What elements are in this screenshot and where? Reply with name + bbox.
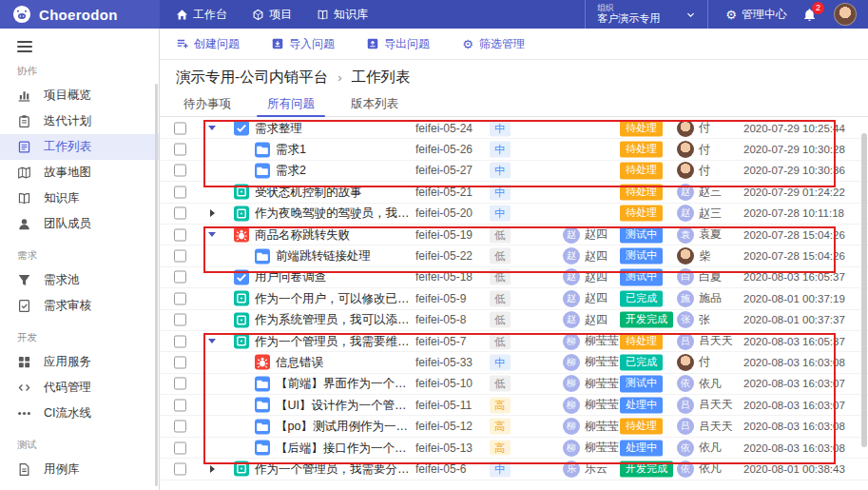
status-badge[interactable]: 测试中 bbox=[620, 226, 663, 243]
row-checkbox[interactable] bbox=[174, 462, 186, 475]
issue-title[interactable]: 需求1 bbox=[276, 142, 306, 158]
status-badge[interactable]: 待处理 bbox=[620, 120, 663, 136]
status-badge[interactable]: 开发完成 bbox=[620, 312, 673, 328]
toolbar-button-export[interactable]: 导出问题 bbox=[366, 36, 430, 52]
row-checkbox[interactable] bbox=[174, 421, 186, 433]
nav-item-book[interactable]: 知识库 bbox=[317, 7, 368, 23]
issue-row[interactable]: 受状态机控制的故事feifei-05-21中待处理赵赵三2020-07-29 0… bbox=[160, 182, 868, 203]
sidebar-item-clipboard[interactable]: 迭代计划 bbox=[0, 108, 159, 134]
status-badge[interactable]: 已完成 bbox=[620, 354, 663, 370]
row-checkbox[interactable] bbox=[174, 122, 186, 134]
collapse-arrow-icon[interactable] bbox=[206, 336, 218, 347]
issue-title[interactable]: 作为系统管理员，我可以添加角色，以... bbox=[255, 312, 411, 328]
admin-center-button[interactable]: ⚙ 管理中心 bbox=[725, 7, 787, 23]
issue-title[interactable]: 【UI】设计作为一个管理员，我需要... bbox=[276, 397, 411, 413]
status-badge[interactable]: 处理中 bbox=[620, 397, 663, 413]
issue-title[interactable]: 需求整理 bbox=[255, 120, 302, 136]
row-checkbox[interactable] bbox=[174, 292, 186, 304]
tab-待办事项[interactable]: 待办事项 bbox=[181, 95, 234, 116]
issue-row[interactable]: 【UI】设计作为一个管理员，我需要...feifei-05-11高柳柳莹莹处理中… bbox=[160, 395, 868, 416]
row-checkbox[interactable] bbox=[174, 207, 186, 220]
sidebar-item-person[interactable]: 团队成员 bbox=[0, 211, 159, 237]
issue-row[interactable]: 作为系统管理员，我可以添加角色，以...feifei-05-8低赵赵四开发完成张… bbox=[160, 310, 868, 331]
sidebar-item-map[interactable]: 故事地图 bbox=[0, 160, 159, 186]
issue-title[interactable]: 【前端】界面作为一个管理员，我需... bbox=[276, 376, 411, 392]
row-checkbox[interactable] bbox=[174, 228, 186, 241]
status-badge[interactable]: 待处理 bbox=[620, 163, 663, 179]
tab-所有问题[interactable]: 所有问题 bbox=[264, 95, 318, 116]
nav-item-home[interactable]: 工作台 bbox=[176, 7, 227, 23]
status-badge[interactable]: 测试中 bbox=[620, 247, 663, 264]
status-badge[interactable]: 待处理 bbox=[620, 184, 663, 200]
row-checkbox[interactable] bbox=[174, 165, 186, 177]
breadcrumb-project[interactable]: 演示专用-公司内销平台 bbox=[176, 68, 328, 88]
nav-item-cube[interactable]: 项目 bbox=[252, 7, 292, 23]
sidebar-item-code[interactable]: 代码管理 bbox=[0, 375, 159, 401]
toolbar-button-import[interactable]: 导入问题 bbox=[271, 36, 335, 52]
issue-row[interactable]: 作为一个用户，可以修改已下单的订单...feifei-05-9低赵赵四已完成施施… bbox=[160, 288, 868, 309]
collapse-arrow-icon[interactable] bbox=[206, 123, 218, 134]
vertical-scrollbar[interactable] bbox=[861, 133, 867, 447]
issue-row[interactable]: 作为一个管理员，我需要维护配送信息...feifei-05-7低柳柳莹莹待处理吕… bbox=[160, 331, 868, 352]
user-avatar[interactable] bbox=[834, 3, 857, 26]
notification-bell[interactable]: 2 bbox=[802, 8, 817, 22]
issue-title[interactable]: 作为一个管理员，我需要维护配送信息... bbox=[255, 333, 411, 349]
issue-row[interactable]: 【po】测试用例作为一个管理员，我...feifei-05-12高柳柳莹莹待处理… bbox=[160, 416, 868, 437]
tab-版本列表[interactable]: 版本列表 bbox=[348, 95, 401, 116]
status-badge[interactable]: 开发完成 bbox=[620, 461, 673, 477]
sidebar-item-pipeline[interactable]: CI流水线 bbox=[0, 401, 159, 426]
sidebar-item-apps[interactable]: 应用服务 bbox=[0, 349, 159, 375]
row-checkbox[interactable] bbox=[174, 399, 186, 411]
status-badge[interactable]: 处理中 bbox=[620, 440, 663, 456]
issue-title[interactable]: 【po】测试用例作为一个管理员，我... bbox=[276, 419, 411, 435]
sidebar-item-file[interactable]: 用例库 bbox=[0, 457, 159, 482]
row-checkbox[interactable] bbox=[174, 441, 186, 454]
status-badge[interactable]: 测试中 bbox=[620, 269, 663, 285]
row-checkbox[interactable] bbox=[174, 378, 186, 390]
status-badge[interactable]: 测试中 bbox=[620, 376, 663, 392]
row-checkbox[interactable] bbox=[174, 314, 186, 326]
issue-title[interactable]: 作为一个管理员，我需要分配用户角色... bbox=[255, 461, 411, 477]
issue-title[interactable]: 商品名称跳转失败 bbox=[255, 226, 350, 243]
app-logo[interactable]: Choerodon bbox=[0, 0, 160, 29]
org-switcher[interactable]: 组织 客户演示专用 bbox=[585, 0, 708, 29]
toolbar-button-gear[interactable]: ⚙筛选管理 bbox=[461, 36, 525, 52]
sidebar-item-book[interactable]: 知识库 bbox=[0, 186, 159, 211]
row-checkbox[interactable] bbox=[174, 271, 186, 284]
row-checkbox[interactable] bbox=[174, 356, 186, 368]
issue-title[interactable]: 作为一个用户，可以修改已下单的订单... bbox=[255, 290, 411, 306]
issue-row[interactable]: 需求2feifei-05-27中待处理付2020-07-29 10:30:36 bbox=[160, 161, 868, 182]
status-badge[interactable]: 已完成 bbox=[620, 290, 663, 306]
issue-row[interactable]: 作为夜晚驾驶的驾驶员，我想迅速找到...feifei-05-20中待处理赵赵三2… bbox=[160, 204, 868, 225]
status-badge[interactable]: 待处理 bbox=[620, 141, 663, 157]
issue-title[interactable]: 【后端】接口作为一个管理员，我需... bbox=[276, 440, 411, 456]
row-checkbox[interactable] bbox=[174, 186, 186, 198]
status-badge[interactable]: 待处理 bbox=[620, 333, 663, 349]
issue-title[interactable]: 前端跳转链接处理 bbox=[276, 248, 371, 265]
menu-toggle-icon[interactable] bbox=[17, 41, 32, 52]
issue-title[interactable]: 作为夜晚驾驶的驾驶员，我想迅速找到... bbox=[255, 206, 411, 222]
issue-title[interactable]: 受状态机控制的故事 bbox=[255, 184, 362, 200]
collapse-arrow-icon[interactable] bbox=[206, 229, 218, 241]
sidebar-item-chart[interactable]: 项目概览 bbox=[0, 83, 159, 108]
issue-title[interactable]: 信息错误 bbox=[276, 354, 323, 370]
issue-row[interactable]: 信息错误feifei-05-33中柳柳莹莹已完成付2020-08-03 16:0… bbox=[160, 352, 868, 373]
issue-row[interactable]: 用户问卷调查feifei-05-18低赵赵四测试中白白夏2020-08-03 1… bbox=[160, 267, 868, 288]
issue-row[interactable]: 需求整理feifei-05-24中待处理付2020-07-29 10:25:44 bbox=[160, 118, 868, 139]
status-badge[interactable]: 待处理 bbox=[620, 206, 663, 222]
toolbar-button-create[interactable]: 创建问题 bbox=[176, 36, 240, 52]
issue-row[interactable]: 作为一个管理员，我需要分配用户角色...feifei-05-6中乐乐云开发完成依… bbox=[160, 459, 868, 480]
sidebar-item-list[interactable]: 工作列表 bbox=[0, 134, 159, 160]
issue-title[interactable]: 用户问卷调查 bbox=[255, 269, 326, 285]
issue-row[interactable]: 需求1feifei-05-26中待处理付2020-07-29 10:30:28 bbox=[160, 139, 868, 160]
issue-row[interactable]: 【前端】界面作为一个管理员，我需...feifei-05-10低柳柳莹莹测试中依… bbox=[160, 374, 868, 395]
issue-row[interactable]: 【后端】接口作为一个管理员，我需...feifei-05-13高柳柳莹莹处理中依… bbox=[160, 438, 868, 459]
row-checkbox[interactable] bbox=[174, 144, 186, 156]
status-badge[interactable]: 待处理 bbox=[620, 419, 663, 435]
row-checkbox[interactable] bbox=[174, 250, 186, 263]
expand-arrow-icon[interactable] bbox=[206, 207, 218, 219]
sidebar-item-audit[interactable]: 需求审核 bbox=[0, 293, 159, 319]
expand-arrow-icon[interactable] bbox=[206, 463, 218, 475]
sidebar-scrollbar[interactable] bbox=[155, 84, 158, 486]
issue-title[interactable]: 需求2 bbox=[276, 163, 306, 179]
